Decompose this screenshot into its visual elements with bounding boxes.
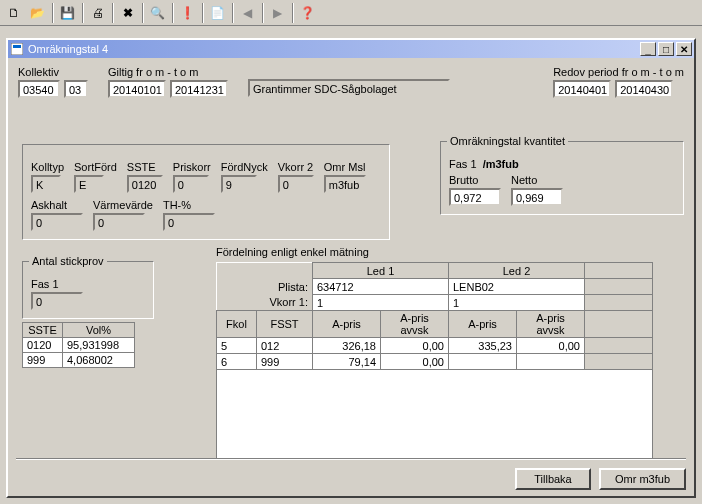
- cell: 012: [257, 338, 313, 354]
- sste-table-wrap: SSTE Vol% 0120 95,931998 999 4,068002: [22, 322, 135, 368]
- tb-sep: [52, 3, 54, 23]
- avvsk1-header: A-pris avvsk: [381, 311, 449, 338]
- titlebar: Omräkningstal 4 _ □ ✕: [8, 40, 694, 58]
- cell: 0,00: [381, 338, 449, 354]
- tb-open-icon[interactable]: 📂: [26, 2, 49, 24]
- maximize-button[interactable]: □: [658, 42, 674, 56]
- client-area: Kollektiv 03540 03 Giltig fr o m - t o m…: [8, 58, 694, 496]
- minimize-button[interactable]: _: [640, 42, 656, 56]
- apris1-header: A-pris: [313, 311, 381, 338]
- tb-find-icon[interactable]: 🔍: [146, 2, 169, 24]
- fas1-field: 0: [31, 292, 83, 310]
- redov-label: Redov period fr o m - t o m: [553, 66, 684, 78]
- cell: 0120: [23, 338, 63, 353]
- tb-sep: [232, 3, 234, 23]
- distribution-section: Fördelning enligt enkel mätning Led 1 Le…: [216, 246, 653, 460]
- tb-sep: [172, 3, 174, 23]
- redov-from-input[interactable]: 20140401: [553, 80, 611, 98]
- cell: 999: [23, 353, 63, 368]
- apris2-header: A-pris: [449, 311, 517, 338]
- th-field: 0: [163, 213, 215, 231]
- tb-warn-icon[interactable]: ❗: [176, 2, 199, 24]
- cell: 326,18: [313, 338, 381, 354]
- plista-label: Plista:: [257, 279, 313, 295]
- tb-copy-icon[interactable]: 📄: [206, 2, 229, 24]
- footer: Tillbaka Omr m3fub: [16, 458, 686, 490]
- tb-sep: [142, 3, 144, 23]
- tb-sep: [292, 3, 294, 23]
- vkorr2-label: Vkorr 2: [278, 161, 314, 173]
- priskorr-label: Priskorr: [173, 161, 211, 173]
- sste-label: SSTE: [127, 161, 163, 173]
- giltig-from-input[interactable]: 20140101: [108, 80, 166, 98]
- svg-rect-1: [13, 45, 21, 48]
- priskorr-field: 0: [173, 175, 209, 193]
- sortford-label: SortFörd: [74, 161, 117, 173]
- fordnyck-label: FördNyck: [221, 161, 268, 173]
- omr-button[interactable]: Omr m3fub: [599, 468, 686, 490]
- tb-new-icon[interactable]: 🗋: [2, 2, 25, 24]
- desc-field: Grantimmer SDC-Sågbolaget: [248, 79, 450, 97]
- sste-col-header: SSTE: [23, 323, 63, 338]
- kolltyp-label: Kolltyp: [31, 161, 64, 173]
- window-title: Omräkningstal 4: [28, 43, 638, 55]
- tb-next-icon[interactable]: ▶: [266, 2, 289, 24]
- tb-sep: [112, 3, 114, 23]
- netto-input[interactable]: 0,969: [511, 188, 563, 206]
- cell: 95,931998: [63, 338, 135, 353]
- cell: 0,00: [517, 338, 585, 354]
- giltig-label: Giltig fr o m - t o m: [108, 66, 228, 78]
- tb-sep: [262, 3, 264, 23]
- tb-print-icon[interactable]: 🖨: [86, 2, 109, 24]
- tillbaka-button[interactable]: Tillbaka: [515, 468, 591, 490]
- sste-field: 0120: [127, 175, 163, 193]
- th-label: TH-%: [163, 199, 215, 211]
- vkorr2-field: 0: [278, 175, 314, 193]
- table-row[interactable]: 5 012 326,18 0,00 335,23 0,00: [217, 338, 653, 354]
- kollektiv2-input[interactable]: 03: [64, 80, 88, 98]
- vkorr1-1-cell: 1: [313, 295, 449, 311]
- cell: 0,00: [381, 354, 449, 370]
- cell: 6: [217, 354, 257, 370]
- fsst-header: FSST: [257, 311, 313, 338]
- fas-unit: /m3fub: [483, 158, 519, 170]
- omrmsl-field: m3fub: [324, 175, 366, 193]
- brutto-input[interactable]: 0,972: [449, 188, 501, 206]
- redov-to-input[interactable]: 20140430: [615, 80, 673, 98]
- table-row[interactable]: 6 999 79,14 0,00: [217, 354, 653, 370]
- main-window: Omräkningstal 4 _ □ ✕ Kollektiv 03540 03…: [6, 38, 696, 498]
- plista2-cell: LENB02: [449, 279, 585, 295]
- window-icon: [10, 42, 24, 56]
- kollektiv1-input[interactable]: 03540: [18, 80, 60, 98]
- kollektiv-label: Kollektiv: [18, 66, 88, 78]
- sortford-field: E: [74, 175, 104, 193]
- giltig-to-input[interactable]: 20141231: [170, 80, 228, 98]
- vkorr1-2-cell: 1: [449, 295, 585, 311]
- tb-help-icon[interactable]: ❓: [296, 2, 319, 24]
- sste-table[interactable]: SSTE Vol% 0120 95,931998 999 4,068002: [22, 322, 135, 368]
- cell: 4,068002: [63, 353, 135, 368]
- close-button[interactable]: ✕: [676, 42, 692, 56]
- avvsk2-header: A-pris avvsk: [517, 311, 585, 338]
- tb-save-icon[interactable]: 💾: [56, 2, 79, 24]
- dist-header-table[interactable]: Led 1 Led 2 Plista: 634712 LENB02 Vkorr …: [216, 262, 653, 370]
- svg-rect-0: [11, 43, 23, 55]
- askhalt-field: 0: [31, 213, 83, 231]
- cell: 335,23: [449, 338, 517, 354]
- table-row[interactable]: 999 4,068002: [23, 353, 135, 368]
- tb-prev-icon[interactable]: ◀: [236, 2, 259, 24]
- netto-label: Netto: [511, 174, 563, 186]
- varmev-label: Värmevärde: [93, 199, 153, 211]
- cell: 5: [217, 338, 257, 354]
- fkol-header: Fkol: [217, 311, 257, 338]
- fordnyck-field: 9: [221, 175, 257, 193]
- stickprov-group: Fas 1 0: [22, 261, 154, 319]
- kolltyp-field: K: [31, 175, 61, 193]
- cell: 79,14: [313, 354, 381, 370]
- dist-title: Fördelning enligt enkel mätning: [216, 246, 653, 258]
- cell: [517, 354, 585, 370]
- tb-delete-icon[interactable]: ✖: [116, 2, 139, 24]
- plista1-cell: 634712: [313, 279, 449, 295]
- table-row[interactable]: 0120 95,931998: [23, 338, 135, 353]
- omrmsl-label: Omr Msl: [324, 161, 366, 173]
